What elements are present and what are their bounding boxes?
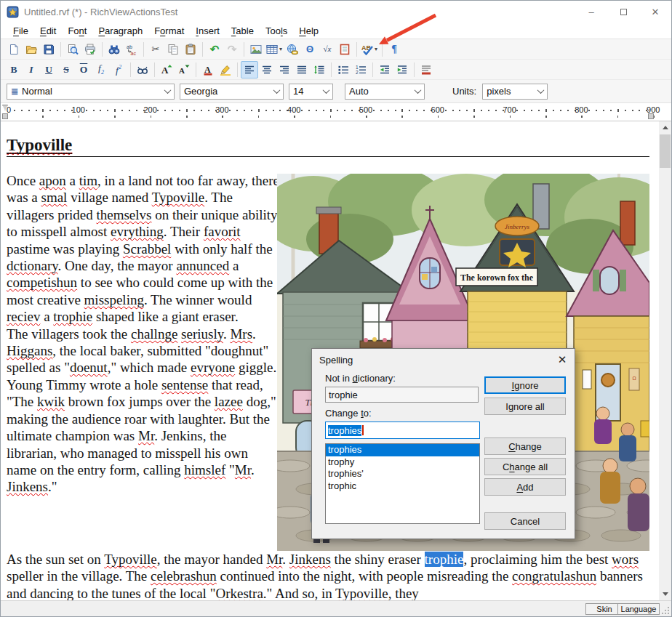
change-button[interactable]: Change [484,437,566,455]
misspelled-word: Orkestra [215,586,263,600]
maximize-button[interactable] [607,1,639,23]
suggestion-item[interactable]: trophy [326,456,479,469]
left-indent-marker[interactable] [2,113,8,119]
copy-button[interactable] [164,41,182,58]
misspelled-word: Jinkens [289,552,331,567]
underline-button[interactable]: U [40,61,57,78]
units-combo[interactable]: pixels [482,84,548,100]
dialog-title-bar[interactable]: Spelling ✕ [312,349,575,371]
bold-button[interactable]: B [5,61,23,78]
numbered-list-button[interactable]: 12 [352,61,369,78]
paragraph: The villagers took the challnge seriusly… [7,326,280,496]
menu-file[interactable]: File [7,24,34,38]
insert-document-button[interactable] [336,41,353,58]
paragraph-color-button[interactable] [417,61,435,78]
italic-button[interactable]: I [23,61,40,78]
selected-word: trophie [425,552,464,567]
minimize-button[interactable]: – [575,1,607,23]
ruler[interactable]: 0100200300400500600700800900 [1,102,671,121]
menu-tools[interactable]: Tools [260,24,293,38]
print-preview-button[interactable] [64,41,81,58]
justify-button[interactable] [293,61,311,78]
overline-button[interactable]: O [75,61,92,78]
hyperlink-button[interactable] [284,41,301,58]
paragraph-marks-button[interactable]: ¶ [385,41,403,58]
print-button[interactable] [81,41,99,58]
scroll-down-button[interactable] [659,588,671,600]
close-button[interactable]: ✕ [639,1,671,23]
menu-edit[interactable]: Edit [34,24,62,38]
shrink-font-button[interactable]: A [175,61,193,78]
spell-check-button[interactable]: AB▾ [360,41,379,58]
new-document-button[interactable] [5,41,23,58]
redo-icon: ↷ [228,43,237,56]
menu-format[interactable]: Format [148,24,190,38]
ruler-label: 700 [503,105,516,114]
insert-picture-button[interactable] [247,41,265,58]
misspelled-word: competishun [7,275,77,290]
change-to-field[interactable]: trophies [325,422,480,439]
insert-break-button[interactable]: Θ [301,41,319,58]
chevron-down-icon [273,86,281,94]
suggestion-item[interactable]: trophies' [326,468,479,480]
menu-insert[interactable]: Insert [190,24,225,38]
font-color-button[interactable]: A [199,61,217,78]
ruler-label: 300 [215,105,228,114]
align-center-button[interactable] [258,61,276,78]
open-file-button[interactable] [23,41,40,58]
menu-help[interactable]: Help [293,24,324,38]
menu-table[interactable]: Table [225,24,260,38]
strikethrough-button[interactable]: S [57,61,75,78]
line-spacing-button[interactable] [311,61,328,78]
app-window: Untitled.rvf (*) - RichViewActionsTest –… [0,0,672,617]
scrollbar-thumb[interactable] [660,134,671,168]
toolbar-separator [372,62,373,77]
vertical-scrollbar[interactable] [659,121,671,600]
zoom-combo[interactable]: Auto [345,84,425,100]
special-characters-button[interactable] [134,61,151,78]
shrink-font-icon: A [178,64,190,76]
insert-equation-button[interactable]: √x [319,41,336,58]
paste-button[interactable] [182,41,199,58]
align-left-button[interactable] [241,61,258,78]
cancel-button[interactable]: Cancel [484,512,566,530]
not-in-dictionary-field[interactable]: trophie [325,387,479,403]
decrease-indent-button[interactable] [376,61,393,78]
save-button[interactable] [40,41,57,58]
menu-paragraph[interactable]: Paragraph [92,24,148,38]
find-button[interactable] [105,41,123,58]
suggestion-item[interactable]: trophic [326,480,479,493]
paragraph: As the sun set on Typoville, the mayor h… [7,551,651,600]
suggestion-item[interactable]: trophies [326,444,479,456]
grow-font-button[interactable]: A [158,61,175,78]
right-indent-marker[interactable] [648,113,654,119]
change-all-button[interactable]: Change all [484,458,566,475]
ignore-all-button[interactable]: Ignore all [484,398,566,415]
ruler-label: 100 [72,105,85,114]
highlight-color-button[interactable] [217,61,234,78]
undo-button[interactable]: ↶ [206,41,223,58]
suggestions-list[interactable]: trophiestrophytrophies'trophic [325,443,480,524]
replace-button[interactable]: abac [123,41,140,58]
insert-table-icon [266,44,278,55]
font-name-combo[interactable]: Georgia [180,84,284,100]
misspelled-word: challnge [131,326,177,342]
redo-button[interactable]: ↷ [223,41,241,58]
insert-table-button[interactable]: ▾ [265,41,284,58]
scroll-up-button[interactable] [659,121,671,134]
superscript-button[interactable]: f2 [110,61,127,78]
dialog-close-icon[interactable]: ✕ [550,349,575,371]
font-size-combo[interactable]: 14 [289,84,333,100]
resize-grip[interactable] [662,607,669,614]
menu-font[interactable]: Font [62,24,92,38]
ignore-button[interactable]: Ignore [484,376,566,394]
misspelled-word: evrything [111,224,164,239]
subscript-button[interactable]: f2 [92,61,110,78]
paragraph-style-combo[interactable]: ≣ Normal [7,84,175,100]
cut-button[interactable]: ✂ [147,41,164,58]
increase-indent-button[interactable] [393,61,411,78]
bullet-list-button[interactable] [335,61,352,78]
add-button[interactable]: Add [484,478,566,496]
language-button[interactable]: Language [617,603,660,615]
align-right-button[interactable] [276,61,293,78]
